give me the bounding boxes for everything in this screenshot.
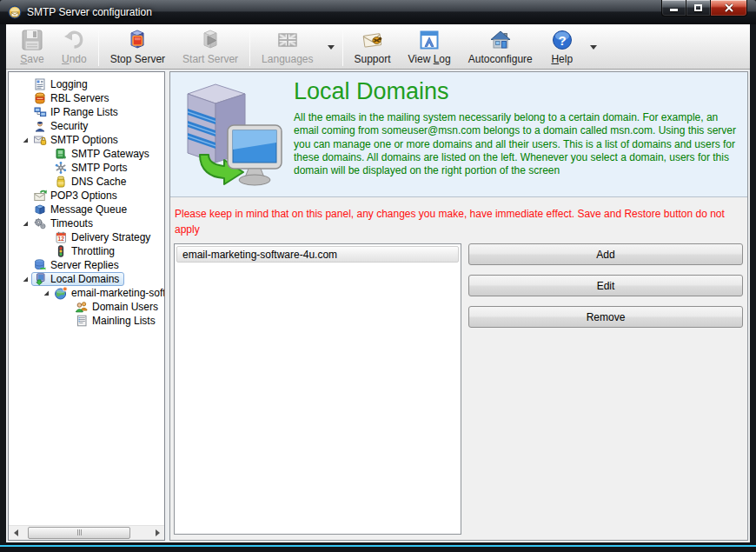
tree-expander-placeholder — [19, 205, 31, 214]
toolbar-separator — [342, 28, 343, 66]
tree-item-content: SMTP Gateways — [52, 147, 155, 161]
scrollbar-track[interactable] — [23, 526, 150, 541]
timeouts-icon — [33, 216, 47, 230]
tree-expander-icon[interactable] — [40, 289, 52, 297]
tree-item-delivery-strategy[interactable]: 12Delivery Strategy — [9, 230, 164, 244]
warning-row: Please keep in mind that on this panel, … — [170, 197, 747, 242]
tree-item-label: Mainling Lists — [92, 315, 157, 327]
tree-horizontal-scrollbar[interactable] — [9, 525, 164, 540]
autoconfigure-button[interactable]: Autoconfigure — [460, 26, 541, 68]
tree-item-content: DNS Cache — [52, 175, 131, 189]
page-header: Local Domains All the emails in the mail… — [170, 72, 747, 197]
navigation-tree-panel: LoggingRBL ServersIP Range ListsSecurity… — [8, 71, 165, 541]
scrollbar-thumb[interactable] — [28, 527, 130, 539]
message-queue-icon — [33, 203, 47, 216]
tree-item-email-marketing-software-4u-com[interactable]: email-marketing-software-4u.com — [9, 286, 164, 300]
tree-item-throttling[interactable]: Throttling — [9, 244, 164, 258]
chevron-down-icon — [328, 45, 335, 50]
tree-item-content: Timeouts — [31, 216, 98, 230]
tree-item-label: DNS Cache — [71, 176, 128, 188]
domain-listbox[interactable]: email-marketing-software-4u.com — [174, 243, 461, 535]
tree-item-smtp-options[interactable]: SMTP Options — [9, 133, 164, 147]
close-button[interactable] — [710, 0, 747, 17]
maximize-button[interactable] — [686, 0, 710, 17]
tree-expander-placeholder — [19, 80, 31, 89]
tree-item-domain-users[interactable]: Domain Users — [9, 300, 164, 314]
tree-item-content: SMTP Ports — [52, 161, 132, 175]
edit-button[interactable]: Edit — [468, 275, 743, 296]
tree-item-pop3-options[interactable]: POP3 Options — [9, 189, 164, 203]
tree-expander-placeholder — [19, 94, 31, 103]
scroll-left-arrow[interactable] — [9, 526, 23, 541]
delivery-strategy-icon: 12 — [54, 230, 68, 244]
autoconfigure-icon — [488, 28, 513, 52]
languages-icon — [275, 28, 300, 52]
remove-button[interactable]: Remove — [468, 306, 743, 328]
tree-item-smtp-ports[interactable]: SMTP Ports — [9, 161, 164, 175]
accent-line — [0, 545, 756, 547]
scroll-right-arrow[interactable] — [150, 526, 164, 541]
tree-item-logging[interactable]: Logging — [9, 77, 164, 91]
tree-expander-icon[interactable] — [19, 136, 31, 144]
tree-item-message-queue[interactable]: Message Queue — [9, 203, 164, 216]
toolbar-separator — [98, 28, 99, 66]
toolbar-separator — [249, 28, 250, 66]
security-icon — [33, 119, 47, 133]
window-title: SMTP Server configuration — [27, 6, 152, 18]
tree-item-server-replies[interactable]: Server Replies — [9, 258, 164, 272]
smtp-gateways-icon — [54, 147, 68, 161]
tree-item-content: Mainling Lists — [73, 314, 161, 328]
tree-item-local-domains[interactable]: Local Domains — [9, 272, 164, 286]
tree-item-label: Server Replies — [50, 259, 121, 271]
tree-item-label: Logging — [50, 78, 90, 90]
undo-button: Undo — [53, 26, 96, 68]
help-icon: ? — [550, 28, 574, 52]
tree-item-label: Throttling — [71, 245, 116, 257]
tree-item-mainling-lists[interactable]: Mainling Lists — [9, 314, 164, 328]
header-texts: Local Domains All the emails in the mail… — [288, 76, 742, 196]
tree-item-content: RBL Servers — [31, 91, 115, 105]
warning-text: Please keep in mind that on this panel, … — [175, 208, 725, 236]
title-bar[interactable]: SMTP Server configuration — [0, 0, 756, 24]
tree-item-label: SMTP Gateways — [71, 148, 151, 160]
start-server-icon — [198, 28, 222, 52]
app-icon — [8, 5, 22, 19]
minimize-icon — [670, 9, 678, 11]
tree-expander-placeholder — [40, 163, 52, 172]
tree-item-label: Message Queue — [50, 203, 129, 216]
server-replies-icon — [33, 258, 47, 272]
support-label: Support — [355, 53, 391, 65]
tree-item-label: Timeouts — [50, 217, 95, 229]
tree-item-smtp-gateways[interactable]: SMTP Gateways — [9, 147, 164, 161]
tree-item-security[interactable]: Security — [9, 119, 164, 133]
support-button[interactable]: Support — [346, 26, 400, 68]
toolbar: SaveUndoStop ServerStart ServerLanguages… — [6, 24, 750, 70]
stop-server-button[interactable]: Stop Server — [102, 26, 174, 68]
domain-list-item[interactable]: email-marketing-software-4u.com — [176, 246, 459, 263]
domains-content-row: email-marketing-software-4u.com AddEditR… — [170, 242, 747, 540]
dns-cache-icon — [54, 175, 68, 189]
add-button[interactable]: Add — [468, 243, 743, 265]
minimize-button[interactable] — [661, 0, 686, 17]
tree-item-dns-cache[interactable]: DNS Cache — [9, 175, 164, 189]
undo-icon — [62, 28, 86, 52]
ip-range-lists-icon — [33, 105, 47, 119]
domain-users-icon — [75, 300, 89, 314]
tree-item-timeouts[interactable]: Timeouts — [9, 216, 164, 230]
tree-item-label: POP3 Options — [50, 190, 119, 202]
tree-item-label: IP Range Lists — [50, 106, 120, 118]
toolbar-overflow-arrow[interactable] — [583, 26, 604, 68]
save-label: Save — [20, 53, 43, 65]
help-button[interactable]: ?Help — [541, 26, 583, 68]
view-log-button[interactable]: View Log — [400, 26, 460, 68]
throttling-icon — [54, 244, 68, 258]
tree-item-ip-range-lists[interactable]: IP Range Lists — [9, 105, 164, 119]
tree-item-content: Domain Users — [73, 300, 163, 314]
tree-expander-placeholder — [61, 316, 73, 325]
tree-expander-icon[interactable] — [19, 275, 31, 283]
tree-item-label: SMTP Options — [50, 134, 120, 146]
languages-dropdown-arrow[interactable] — [322, 26, 340, 68]
tree-item-rbl-servers[interactable]: RBL Servers — [9, 91, 164, 105]
tree-item-label: Local Domains — [50, 273, 121, 285]
tree-expander-icon[interactable] — [19, 219, 31, 228]
